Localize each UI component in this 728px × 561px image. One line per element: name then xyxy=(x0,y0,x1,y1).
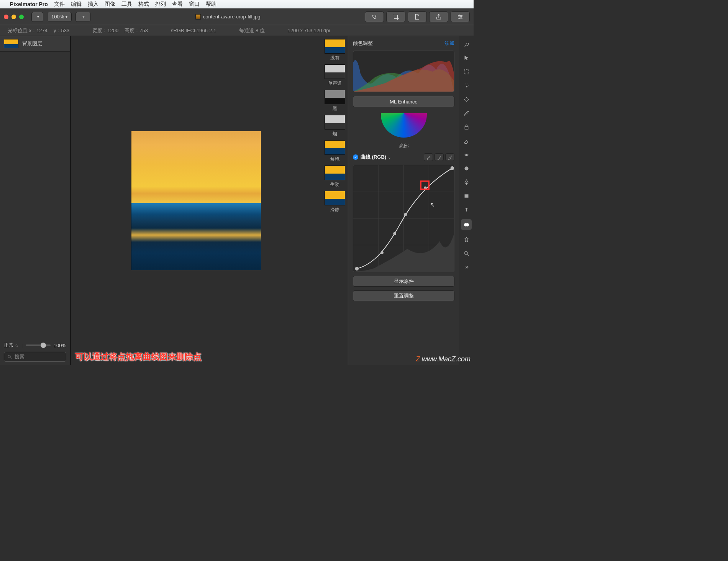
tutorial-highlight-box xyxy=(420,180,430,190)
share-button[interactable] xyxy=(429,11,448,22)
layers-panel: 背景图层 正常 ◇ | 100% 搜索 xyxy=(0,36,71,365)
preset-strip: 没有 单声道 黑 烟 鲜艳 生动 冷静 xyxy=(322,36,348,365)
canvas-area[interactable]: 可以通过将点拖离曲线图来删除点 xyxy=(71,36,322,365)
brush-tool-icon[interactable] xyxy=(462,109,471,117)
menu-insert[interactable]: 插入 xyxy=(88,1,98,8)
ml-enhance-button[interactable]: ML Enhance xyxy=(353,96,454,107)
canvas-image xyxy=(131,131,261,270)
curves-enabled-checkbox[interactable]: ✓ xyxy=(353,154,358,160)
crop-tool-button[interactable] xyxy=(386,11,405,22)
preset-smoke[interactable]: 烟 xyxy=(323,115,346,137)
filetype-icon xyxy=(195,14,201,20)
add-adjustment-button[interactable]: 添加 xyxy=(444,40,454,47)
system-menubar: Pixelmator Pro 文件 编辑 插入 图像 工具 格式 排列 查看 窗… xyxy=(0,0,474,8)
magicwand-tool-icon[interactable] xyxy=(462,95,471,103)
app-menu[interactable]: Pixelmator Pro xyxy=(10,1,48,7)
sidebar-toggle-segment[interactable]: ▾ xyxy=(31,12,43,22)
document-button[interactable] xyxy=(408,11,427,22)
fullscreen-window-button[interactable] xyxy=(19,15,24,19)
tutorial-overlay-text: 可以通过将点拖离曲线图来删除点 xyxy=(75,351,202,363)
erase-tool-icon[interactable] xyxy=(462,136,471,145)
more-tools-icon[interactable] xyxy=(462,263,471,271)
style-tool-icon[interactable] xyxy=(462,40,471,48)
preset-black[interactable]: 黑 xyxy=(323,90,346,112)
tool-sidebar xyxy=(459,36,474,365)
preset-none[interactable]: 没有 xyxy=(323,39,346,61)
color-adjustments-panel: 颜色调整 添加 ML Enhance 亮部 ✓ 曲线 (RGB) ⌄ xyxy=(348,36,459,365)
cursor-pointer-icon: ↖ xyxy=(430,201,435,208)
color-balance-label: 亮部 xyxy=(353,143,454,149)
add-button[interactable]: ＋ xyxy=(75,12,91,22)
height-label: 高度： xyxy=(125,28,139,33)
menu-window[interactable]: 窗口 xyxy=(189,1,200,8)
filename-label: content-aware-crop-fill.jpg xyxy=(203,14,261,20)
layer-name: 背景图层 xyxy=(22,40,42,47)
menu-arrange[interactable]: 排列 xyxy=(155,1,166,8)
window-controls xyxy=(4,15,24,19)
effects-tool-icon[interactable] xyxy=(462,235,471,244)
close-window-button[interactable] xyxy=(4,15,8,19)
opacity-slider[interactable] xyxy=(26,344,51,346)
watermark-text: Z www.MacZ.com xyxy=(416,355,471,363)
menu-image[interactable]: 图像 xyxy=(105,1,115,8)
fill-tool-icon[interactable] xyxy=(462,123,471,131)
freeselect-tool-icon[interactable] xyxy=(462,81,471,90)
curves-graph[interactable]: ↖ xyxy=(353,165,454,272)
zoom-select[interactable]: 100%▾ xyxy=(47,12,72,22)
layer-thumbnail xyxy=(4,39,18,48)
preset-calm[interactable]: 冷静 xyxy=(323,191,346,213)
svg-point-21 xyxy=(451,166,454,170)
shape-circle-tool-icon[interactable] xyxy=(462,164,471,172)
layer-search-input[interactable]: 搜索 xyxy=(4,352,66,362)
eyedropper-white-button[interactable] xyxy=(445,153,454,161)
zoom-value: 100% xyxy=(51,14,64,20)
repair-tool-icon[interactable] xyxy=(462,150,471,159)
lasso-tool-button[interactable] xyxy=(365,11,384,22)
preset-mono[interactable]: 单声道 xyxy=(323,64,346,87)
reset-adjustments-button[interactable]: 重置调整 xyxy=(353,290,454,301)
svg-line-9 xyxy=(10,357,11,358)
color-balance-wheel[interactable] xyxy=(353,111,454,139)
minimize-window-button[interactable] xyxy=(11,15,16,19)
blend-mode-select[interactable]: 正常 ◇ xyxy=(4,342,18,349)
window-titlebar: ▾ 100%▾ ＋ content-aware-crop-fill.jpg xyxy=(0,8,474,25)
width-label: 宽度： xyxy=(92,28,107,33)
type-tool-icon[interactable] xyxy=(462,205,471,214)
svg-point-28 xyxy=(464,166,468,170)
menu-file[interactable]: 文件 xyxy=(54,1,65,8)
bitdepth-value: 每通道 8 位 xyxy=(239,27,264,34)
cursor-x-label: 光标位置 x： xyxy=(8,28,36,33)
shape-rect-tool-icon[interactable] xyxy=(462,192,471,200)
svg-point-17 xyxy=(380,251,384,254)
color-adjust-tool-icon[interactable] xyxy=(461,219,472,230)
menu-view[interactable]: 查看 xyxy=(172,1,183,8)
svg-point-31 xyxy=(466,223,469,226)
svg-point-23 xyxy=(465,98,468,101)
cursor-y-label: y： xyxy=(54,28,61,33)
svg-point-32 xyxy=(464,251,467,254)
eyedropper-gray-button[interactable] xyxy=(435,153,444,161)
curves-title[interactable]: 曲线 (RGB) ⌄ xyxy=(361,154,391,161)
svg-point-8 xyxy=(8,355,11,358)
menu-tools[interactable]: 工具 xyxy=(121,1,132,8)
preset-lively[interactable]: 生动 xyxy=(323,166,346,188)
status-info-bar: 光标位置 x：1274 y：533 宽度：1200 高度：753 sRGB IE… xyxy=(0,25,474,36)
menu-format[interactable]: 格式 xyxy=(138,1,149,8)
zoom-tool-icon[interactable] xyxy=(462,249,471,258)
cursor-y-value: 533 xyxy=(61,28,70,33)
svg-line-33 xyxy=(467,254,469,256)
menu-help[interactable]: 帮助 xyxy=(206,1,216,8)
svg-rect-22 xyxy=(464,69,468,74)
marquee-tool-icon[interactable] xyxy=(462,67,471,76)
arrow-tool-icon[interactable] xyxy=(462,54,471,62)
pen-tool-icon[interactable] xyxy=(462,178,471,186)
settings-sliders-button[interactable] xyxy=(451,11,470,22)
svg-point-19 xyxy=(404,213,407,216)
preset-vivid[interactable]: 鲜艳 xyxy=(323,140,346,162)
eyedropper-black-button[interactable] xyxy=(424,153,433,161)
layer-row[interactable]: 背景图层 xyxy=(0,36,70,52)
menu-edit[interactable]: 编辑 xyxy=(71,1,82,8)
svg-point-18 xyxy=(393,232,396,235)
show-original-button[interactable]: 显示原件 xyxy=(353,276,454,287)
search-placeholder: 搜索 xyxy=(15,353,25,360)
